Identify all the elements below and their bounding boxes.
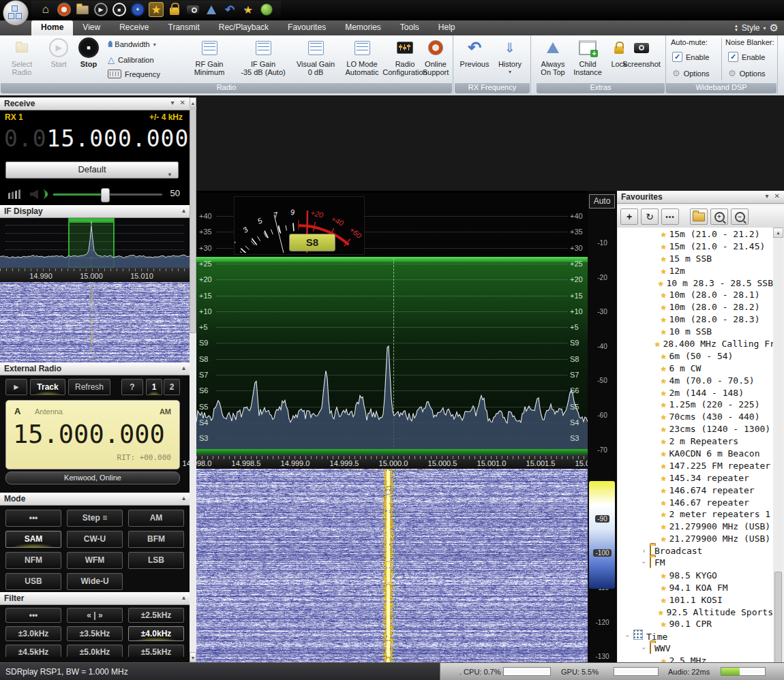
start-button[interactable]: ▶ Start bbox=[44, 37, 74, 68]
mode-button-SAM[interactable]: SAM bbox=[5, 531, 61, 548]
ext-vfo1-button[interactable]: 1 bbox=[146, 379, 162, 395]
favourites-item[interactable]: ★6m (50 - 54) bbox=[618, 350, 773, 362]
collapse-icon[interactable]: ▾ bbox=[766, 192, 769, 200]
history-button[interactable]: ⇓ History ▾ bbox=[494, 37, 526, 76]
favourite-icon[interactable]: ★ bbox=[149, 2, 164, 17]
stop-button[interactable]: ■ Stop bbox=[74, 37, 104, 68]
palette-range-selector[interactable] bbox=[589, 481, 615, 589]
favourites-item[interactable]: ★15 m SSB bbox=[618, 252, 773, 264]
toolbar-overflow-icon[interactable]: ▾ bbox=[244, 6, 247, 13]
antenna-icon[interactable] bbox=[204, 2, 219, 17]
favourites-item[interactable]: ›Broadcast bbox=[618, 544, 773, 557]
scrollbar-thumb[interactable] bbox=[190, 108, 196, 333]
favourites-item[interactable]: ★23cms (1240 - 1300) bbox=[618, 422, 773, 435]
ext-refresh-button[interactable]: Refresh bbox=[68, 379, 110, 395]
favourites-item[interactable]: ★90.1 CPR bbox=[618, 618, 773, 630]
favourites-item[interactable]: ★10 m SSB bbox=[618, 325, 773, 337]
online-support-button[interactable]: Online Support bbox=[420, 37, 451, 76]
favourites-item[interactable]: ★92.5 Altitude Sports bbox=[618, 606, 773, 618]
filter-button-3.0kHz[interactable]: ±3.0kHz bbox=[5, 626, 61, 641]
collapse-icon[interactable]: ▴ bbox=[182, 593, 185, 601]
close-icon[interactable]: ✕ bbox=[774, 192, 780, 200]
radio-configuration-button[interactable]: Radio Configuration bbox=[385, 37, 425, 76]
favourites-item[interactable]: ★146.674 repeater bbox=[618, 484, 773, 496]
mode-button-CWU[interactable]: CW-U bbox=[67, 531, 123, 548]
frequency-button[interactable]: Frequency bbox=[108, 69, 160, 78]
refresh-button[interactable]: ↻ bbox=[641, 208, 659, 225]
tree-collapse-icon[interactable]: › bbox=[624, 630, 631, 642]
tree-expand-icon[interactable]: › bbox=[638, 547, 650, 555]
tab-tools[interactable]: Tools bbox=[391, 20, 429, 35]
favourites-item[interactable]: ★KA0CDN 6 m Beacon bbox=[618, 447, 773, 459]
mode-button-AM[interactable]: AM bbox=[128, 510, 184, 527]
calibration-button[interactable]: △ Calibration bbox=[108, 55, 154, 65]
favourites-item[interactable]: ›FM bbox=[618, 557, 773, 569]
previous-button[interactable]: ↶ Previous bbox=[457, 37, 492, 68]
favourites-item[interactable]: ★147.225 FM repeater bbox=[618, 459, 773, 472]
volume-slider-thumb[interactable] bbox=[101, 188, 110, 202]
scroll-down-icon[interactable]: ▼ bbox=[190, 652, 196, 662]
always-on-top-button[interactable]: Always On Top bbox=[537, 37, 569, 76]
play-icon[interactable]: ▶ bbox=[93, 2, 108, 17]
style-updown-icon[interactable]: ▲▼ bbox=[734, 24, 738, 32]
favourites-item[interactable]: ★12m bbox=[618, 264, 773, 277]
mode-button-[interactable]: ••• bbox=[5, 510, 61, 527]
home-icon[interactable]: ⌂ bbox=[38, 2, 53, 17]
auto-range-button[interactable]: Auto bbox=[589, 194, 615, 208]
folder-icon[interactable] bbox=[75, 2, 90, 17]
if-gain-button[interactable]: IF Gain -35 dB (Auto) bbox=[235, 37, 292, 76]
favourites-item[interactable]: ★146.67 repeater bbox=[618, 496, 773, 508]
settings-gear-icon[interactable]: ⚙ bbox=[770, 22, 779, 34]
filter-button-2.5kHz[interactable]: ±2.5kHz bbox=[128, 608, 184, 623]
star-icon[interactable]: ★ bbox=[241, 2, 256, 17]
favourites-item[interactable]: ★10m (28.0 - 28.3) bbox=[618, 313, 773, 325]
ext-play-button[interactable]: ► bbox=[5, 379, 27, 395]
filter-button-5.5kHz[interactable]: ±5.5kHz bbox=[128, 645, 184, 657]
bandwidth-button[interactable]: ıllı Bandwidth▾ bbox=[108, 40, 156, 49]
zoom-out-button[interactable]: − bbox=[731, 208, 749, 225]
favourites-vscrollbar[interactable]: ▲ ▼ bbox=[773, 228, 783, 680]
favourites-item[interactable]: ★2 meter repeaters 1 bbox=[618, 508, 773, 520]
favourites-item[interactable]: ★15m (21.0 - 21.45) bbox=[618, 240, 773, 252]
favourites-item[interactable]: ★15m (21.0 - 21.2) bbox=[618, 228, 773, 240]
screenshot-button[interactable]: Screenshot bbox=[618, 37, 665, 68]
tab-transmit[interactable]: Transmit bbox=[159, 20, 209, 35]
ext-help-button[interactable]: ? bbox=[121, 379, 143, 395]
open-folder-button[interactable] bbox=[690, 208, 708, 225]
tree-collapse-icon[interactable]: › bbox=[640, 557, 648, 568]
scroll-up-icon[interactable]: ▲ bbox=[190, 97, 196, 108]
tab-home[interactable]: Home bbox=[31, 20, 73, 35]
add-icon[interactable]: + bbox=[130, 2, 145, 17]
favourites-item[interactable]: ★2 m Repeaters bbox=[618, 435, 773, 447]
filter-button-5.0kHz[interactable]: ±5.0kHz bbox=[67, 645, 123, 657]
tab-view[interactable]: View bbox=[73, 20, 110, 35]
favourites-item[interactable]: ★28.400 MHz Calling Fr bbox=[618, 337, 773, 350]
mode-button-NFM[interactable]: NFM bbox=[5, 552, 61, 569]
stop-icon[interactable]: ■ bbox=[112, 2, 127, 17]
close-icon[interactable]: ✕ bbox=[180, 99, 185, 106]
mode-button-BFM[interactable]: BFM bbox=[128, 531, 184, 548]
mode-button-WideU[interactable]: Wide-U bbox=[67, 573, 123, 590]
automute-enable-checkbox[interactable]: ✓ Enable bbox=[672, 52, 709, 62]
favourites-item[interactable]: ★4m (70.0 - 70.5) bbox=[618, 374, 773, 386]
ext-track-button[interactable]: Track bbox=[30, 379, 65, 395]
undo-icon[interactable]: ↶ bbox=[222, 2, 237, 17]
camera-icon[interactable] bbox=[185, 2, 200, 17]
mode-button-WFM[interactable]: WFM bbox=[67, 552, 123, 569]
spectrum-display[interactable]: 13579+20+40+60 S8 +40+35+30+25+20+15+10+… bbox=[196, 193, 588, 455]
mode-button-USB[interactable]: USB bbox=[5, 573, 61, 590]
favourites-item[interactable]: ★101.1 KOSI bbox=[618, 593, 773, 606]
filter-button-4.0kHz[interactable]: ±4.0kHz bbox=[128, 626, 184, 641]
collapse-icon[interactable]: ▴ bbox=[182, 494, 185, 501]
tab-receive[interactable]: Receive bbox=[110, 20, 158, 35]
visual-gain-button[interactable]: Visual Gain 0 dB bbox=[293, 37, 338, 76]
favourites-item[interactable]: ★6 m CW bbox=[618, 362, 773, 374]
favourites-item[interactable]: ★70cms (430 - 440) bbox=[618, 410, 773, 422]
lo-mode-button[interactable]: LO Mode Automatic bbox=[340, 37, 385, 76]
select-radio-button[interactable]: Select Radio bbox=[4, 37, 40, 76]
style-selector[interactable]: ▲▼ Style ▾ ⚙ bbox=[734, 20, 784, 35]
speaker-icon[interactable] bbox=[30, 189, 38, 199]
favourites-item[interactable]: ★10m (28.0 - 28.2) bbox=[618, 300, 773, 313]
equalizer-icon[interactable] bbox=[8, 189, 20, 199]
collapse-icon[interactable]: ▴ bbox=[182, 364, 185, 371]
